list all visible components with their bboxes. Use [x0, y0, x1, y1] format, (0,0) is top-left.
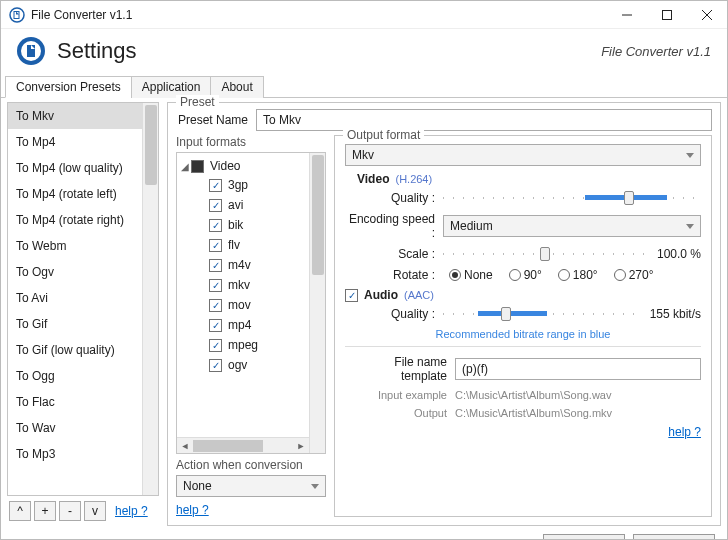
- rotate-radio[interactable]: [449, 269, 461, 281]
- file-template-input[interactable]: [455, 358, 701, 380]
- output-example-label: Output: [345, 407, 455, 419]
- input-example-label: Input example: [345, 389, 455, 401]
- preset-item[interactable]: To Ogg: [8, 363, 142, 389]
- preset-item[interactable]: To Webm: [8, 233, 142, 259]
- tree-item-label: ogv: [228, 358, 247, 372]
- preset-legend: Preset: [176, 95, 219, 109]
- preset-fieldset: Preset Preset Name Input formats ◢Video✓…: [167, 102, 721, 526]
- action-help-link[interactable]: help ?: [176, 503, 209, 517]
- tree-hscrollbar[interactable]: ◄ ►: [177, 437, 309, 453]
- rotate-radio[interactable]: [509, 269, 521, 281]
- tree-item-checkbox[interactable]: ✓: [209, 239, 222, 252]
- tree-item-checkbox[interactable]: ✓: [209, 179, 222, 192]
- app-version-label: File Converter v1.1: [601, 44, 711, 59]
- tree-item-checkbox[interactable]: ✓: [209, 359, 222, 372]
- preset-list-scrollbar[interactable]: [142, 103, 158, 495]
- action-conversion-select[interactable]: None: [176, 475, 326, 497]
- tree-expand-icon[interactable]: ◢: [181, 161, 191, 172]
- rotate-radio[interactable]: [614, 269, 626, 281]
- hscroll-right-icon[interactable]: ►: [293, 438, 309, 454]
- video-quality-slider[interactable]: [443, 190, 701, 206]
- file-template-label: File name template: [345, 355, 455, 383]
- video-section-title: Video: [357, 172, 389, 186]
- bitrate-hint: Recommended bitrate range in blue: [345, 328, 701, 340]
- input-formats-label: Input formats: [176, 135, 326, 149]
- audio-quality-label: Quality :: [345, 307, 443, 321]
- preset-item[interactable]: To Gif: [8, 311, 142, 337]
- preset-item[interactable]: To Wav: [8, 415, 142, 441]
- output-format-box: Output format Mkv Video (H.264) Quality …: [334, 135, 712, 517]
- tab-bar: Conversion Presets Application About: [1, 75, 727, 98]
- tree-item-checkbox[interactable]: ✓: [209, 339, 222, 352]
- preset-move-up-button[interactable]: ^: [9, 501, 31, 521]
- tree-vscrollbar[interactable]: [309, 153, 325, 453]
- video-codec-label: (H.264): [395, 173, 432, 185]
- preset-item[interactable]: To Mp4 (low quality): [8, 155, 142, 181]
- preset-item[interactable]: To Mp4: [8, 129, 142, 155]
- svg-point-0: [10, 8, 24, 22]
- tab-conversion-presets[interactable]: Conversion Presets: [5, 76, 132, 98]
- tree-item-checkbox[interactable]: ✓: [209, 319, 222, 332]
- preset-item[interactable]: To Ogv: [8, 259, 142, 285]
- tree-root-label: Video: [210, 159, 240, 173]
- audio-section-title: Audio: [364, 288, 398, 302]
- tree-item-label: 3gp: [228, 178, 248, 192]
- tree-item-checkbox[interactable]: ✓: [209, 199, 222, 212]
- dialog-footer: Close Save: [1, 526, 727, 540]
- preset-name-label: Preset Name: [176, 113, 256, 127]
- close-button[interactable]: Close: [543, 534, 625, 540]
- svg-rect-3: [663, 10, 672, 19]
- page-header: Settings File Converter v1.1: [1, 29, 727, 75]
- preset-list[interactable]: To MkvTo Mp4To Mp4 (low quality)To Mp4 (…: [7, 102, 159, 496]
- tree-item-checkbox[interactable]: ✓: [209, 259, 222, 272]
- tree-item-label: mpeg: [228, 338, 258, 352]
- scale-slider[interactable]: [443, 246, 647, 262]
- rotate-radio[interactable]: [558, 269, 570, 281]
- tree-root-checkbox[interactable]: [191, 160, 204, 173]
- video-quality-label: Quality :: [345, 191, 443, 205]
- rotate-radio-label: 90°: [524, 268, 542, 282]
- tree-item-checkbox[interactable]: ✓: [209, 279, 222, 292]
- audio-enable-checkbox[interactable]: ✓: [345, 289, 358, 302]
- preset-detail: Preset Preset Name Input formats ◢Video✓…: [159, 102, 721, 526]
- app-icon: [9, 7, 25, 23]
- preset-item[interactable]: To Flac: [8, 389, 142, 415]
- window-titlebar: File Converter v1.1: [1, 1, 727, 29]
- input-example-value: C:\Music\Artist\Album\Song.wav: [455, 389, 612, 401]
- rotate-radio-label: None: [464, 268, 493, 282]
- tree-item-checkbox[interactable]: ✓: [209, 299, 222, 312]
- preset-item[interactable]: To Mkv: [8, 103, 142, 129]
- preset-move-down-button[interactable]: v: [84, 501, 106, 521]
- tree-item-label: flv: [228, 238, 240, 252]
- encoding-speed-label: Encoding speed :: [345, 212, 443, 240]
- tree-item-label: avi: [228, 198, 243, 212]
- audio-quality-slider[interactable]: [443, 306, 640, 322]
- audio-bitrate-value: 155 kbit/s: [650, 307, 701, 321]
- tree-item-checkbox[interactable]: ✓: [209, 219, 222, 232]
- hscroll-left-icon[interactable]: ◄: [177, 438, 193, 454]
- preset-item[interactable]: To Mp4 (rotate left): [8, 181, 142, 207]
- input-formats-tree[interactable]: ◢Video✓3gp✓avi✓bik✓flv✓m4v✓mkv✓mov✓mp4✓m…: [176, 152, 326, 454]
- encoding-speed-select[interactable]: Medium: [443, 215, 701, 237]
- preset-help-link[interactable]: help ?: [115, 504, 148, 518]
- close-window-button[interactable]: [687, 1, 727, 29]
- preset-item[interactable]: To Mp3: [8, 441, 142, 467]
- rotate-radio-label: 180°: [573, 268, 598, 282]
- action-conversion-label: Action when conversion: [176, 458, 326, 472]
- preset-item[interactable]: To Mp4 (rotate right): [8, 207, 142, 233]
- rotate-radio-label: 270°: [629, 268, 654, 282]
- preset-add-button[interactable]: +: [34, 501, 56, 521]
- file-template-help-link[interactable]: help ?: [668, 425, 701, 439]
- preset-item[interactable]: To Avi: [8, 285, 142, 311]
- rotate-radio-group: None90°180°270°: [443, 268, 701, 282]
- tree-item-label: bik: [228, 218, 243, 232]
- preset-item[interactable]: To Gif (low quality): [8, 337, 142, 363]
- output-format-select[interactable]: Mkv: [345, 144, 701, 166]
- save-button[interactable]: Save: [633, 534, 715, 540]
- app-logo-icon: [15, 35, 47, 67]
- minimize-button[interactable]: [607, 1, 647, 29]
- tree-item-label: mp4: [228, 318, 251, 332]
- maximize-button[interactable]: [647, 1, 687, 29]
- preset-name-input[interactable]: [256, 109, 712, 131]
- preset-remove-button[interactable]: -: [59, 501, 81, 521]
